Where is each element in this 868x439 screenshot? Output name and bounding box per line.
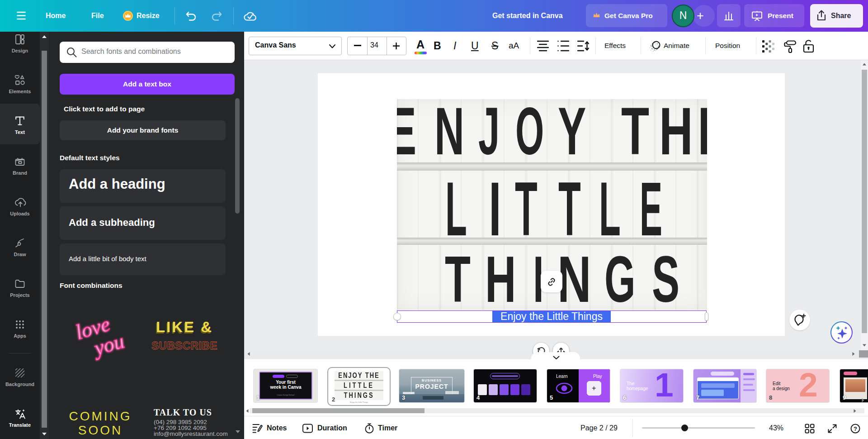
svg-text:?: ? [854,425,857,432]
